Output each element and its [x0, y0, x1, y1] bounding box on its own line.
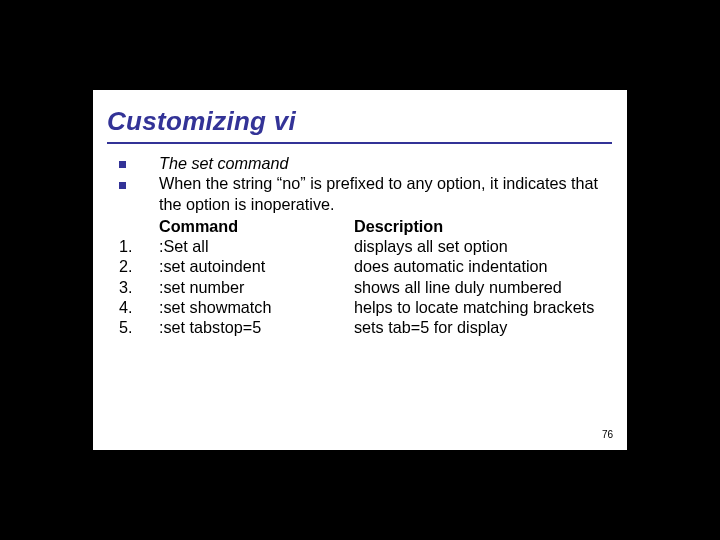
list-item: 3. :set number shows all line duly numbe…: [107, 277, 612, 297]
square-bullet-icon: [107, 173, 159, 193]
item-columns: :set number shows all line duly numbered: [159, 277, 612, 297]
item-command: :set showmatch: [159, 297, 354, 317]
header-description: Description: [354, 216, 612, 236]
page-number: 76: [602, 429, 613, 440]
item-columns: :set tabstop=5 sets tab=5 for display: [159, 317, 612, 337]
lead-text: When the string “no” is prefixed to any …: [159, 173, 612, 216]
item-number: 5.: [107, 317, 159, 337]
item-number: 1.: [107, 236, 159, 256]
item-number: 3.: [107, 277, 159, 297]
square-bullet-icon: [107, 152, 159, 172]
slide-title: Customizing vi: [107, 106, 296, 137]
item-description: does automatic indentation: [354, 256, 612, 276]
list-item: 4. :set showmatch helps to locate matchi…: [107, 297, 612, 317]
item-description: helps to locate matching brackets: [354, 297, 612, 317]
item-description: shows all line duly numbered: [354, 277, 612, 297]
item-description: displays all set option: [354, 236, 612, 256]
list-item: 1. :Set all displays all set option: [107, 236, 612, 256]
item-command: :Set all: [159, 236, 354, 256]
item-number: 4.: [107, 297, 159, 317]
column-headers: Command Description: [159, 216, 612, 236]
item-columns: :Set all displays all set option: [159, 236, 612, 256]
item-command: :set autoindent: [159, 256, 354, 276]
item-command: :set tabstop=5: [159, 317, 354, 337]
header-command: Command: [159, 216, 354, 236]
subtitle-text: The set command: [159, 152, 612, 173]
title-underline: [107, 142, 612, 144]
item-number: 2.: [107, 256, 159, 276]
item-description: sets tab=5 for display: [354, 317, 612, 337]
bullet-lead-row: When the string “no” is prefixed to any …: [107, 173, 612, 236]
item-columns: :set showmatch helps to locate matching …: [159, 297, 612, 317]
list-item: 2. :set autoindent does automatic indent…: [107, 256, 612, 276]
slide: Customizing vi The set command When the …: [93, 90, 627, 450]
bullet-subtitle-row: The set command: [107, 152, 612, 173]
list-item: 5. :set tabstop=5 sets tab=5 for display: [107, 317, 612, 337]
item-columns: :set autoindent does automatic indentati…: [159, 256, 612, 276]
lead-block: When the string “no” is prefixed to any …: [159, 173, 612, 236]
slide-body: The set command When the string “no” is …: [107, 152, 612, 337]
item-command: :set number: [159, 277, 354, 297]
